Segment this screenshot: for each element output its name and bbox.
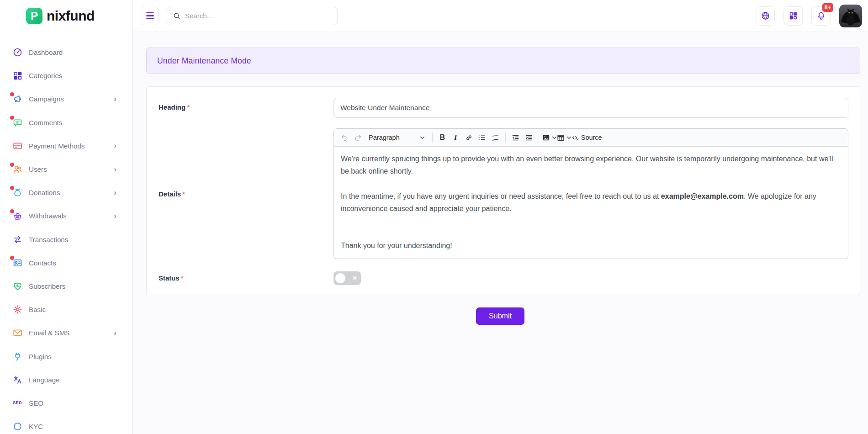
- numbered-list-icon: 12: [492, 134, 499, 142]
- main-content: Under Maintenance Mode Heading* Details*…: [132, 32, 868, 434]
- empty-line: [341, 177, 841, 190]
- hamburger-icon: [146, 12, 154, 13]
- undo-icon: [341, 134, 349, 142]
- sidebar-item-plugins[interactable]: Plugins: [0, 344, 132, 368]
- outdent-icon: [512, 134, 519, 142]
- sidebar-item-users[interactable]: Users ›: [0, 158, 132, 181]
- sidebar-item-subscribers[interactable]: Subscribers: [0, 275, 132, 298]
- apps-grid-button[interactable]: [783, 6, 803, 26]
- insert-image-button[interactable]: [542, 131, 557, 144]
- search-input[interactable]: [185, 12, 332, 20]
- details-paragraph-2: In the meantime, if you have any urgent …: [341, 190, 841, 215]
- chevron-right-icon: ›: [114, 141, 116, 150]
- envelope-icon: [12, 328, 22, 338]
- heading-input[interactable]: [333, 98, 848, 118]
- notification-dot: [10, 92, 14, 96]
- comments-icon: [12, 117, 22, 127]
- details-label: Details*: [159, 190, 185, 198]
- language-globe-button[interactable]: [756, 6, 775, 26]
- insert-table-button[interactable]: [557, 131, 572, 144]
- source-button[interactable]: Source: [572, 131, 602, 144]
- megaphone-icon: [12, 94, 22, 104]
- notification-dot: [10, 209, 14, 213]
- link-icon: [465, 134, 473, 142]
- chevron-right-icon: ›: [114, 188, 116, 197]
- bulleted-list-icon: [478, 134, 486, 142]
- globe-icon: [761, 11, 770, 21]
- required-asterisk: *: [181, 274, 184, 282]
- bold-icon: B: [439, 133, 445, 142]
- undo-button[interactable]: [338, 131, 351, 144]
- outdent-button[interactable]: [509, 131, 522, 144]
- search-box: [167, 7, 338, 25]
- maintenance-form-card: Heading* Details* Paragraph B: [146, 86, 860, 295]
- sidebar-item-comments[interactable]: Comments: [0, 111, 132, 134]
- search-icon: [173, 12, 181, 20]
- chevron-right-icon: ›: [114, 165, 116, 174]
- sidebar-item-payment-methods[interactable]: Payment Methods ›: [0, 134, 132, 158]
- sidebar-item-dashboard[interactable]: Dashboard: [0, 41, 132, 64]
- dashboard-icon: [12, 48, 22, 58]
- status-toggle-off[interactable]: ×: [333, 271, 361, 285]
- categories-icon: [12, 71, 22, 81]
- details-paragraph-3: Thank you for your understanding!: [341, 239, 841, 252]
- source-code-icon: [572, 134, 579, 142]
- bulleted-list-button[interactable]: [476, 131, 489, 144]
- redo-icon: [354, 134, 362, 142]
- topbar: 8+: [132, 0, 868, 32]
- gear-icon: [12, 305, 22, 315]
- translate-icon: [12, 375, 22, 385]
- indent-button[interactable]: [522, 131, 535, 144]
- svg-text:P: P: [31, 10, 37, 22]
- status-label: Status*: [159, 274, 184, 282]
- submit-row: Submit: [132, 307, 868, 325]
- svg-text:2: 2: [492, 138, 493, 141]
- sidebar-item-categories[interactable]: Categories: [0, 64, 132, 87]
- sidebar-item-seo[interactable]: SEO SEO: [0, 392, 132, 415]
- page-title-banner: Under Maintenance Mode: [146, 48, 860, 74]
- sidebar-item-donations[interactable]: Donations ›: [0, 181, 132, 204]
- sidebar-item-kyc[interactable]: KYC: [0, 415, 132, 434]
- svg-text:1: 1: [492, 134, 493, 137]
- heading-label: Heading*: [159, 103, 190, 111]
- swap-arrows-icon: [12, 234, 22, 244]
- bell-icon: [816, 11, 826, 21]
- redo-button[interactable]: [351, 131, 365, 144]
- user-avatar[interactable]: [839, 5, 862, 27]
- editor-toolbar: Paragraph B I 12: [334, 129, 848, 147]
- notification-dot: [10, 186, 14, 190]
- paragraph-style-dropdown[interactable]: Paragraph: [365, 131, 429, 144]
- details-rich-text-editor: Paragraph B I 12: [333, 128, 848, 259]
- sidebar-toggle-button[interactable]: [141, 7, 159, 25]
- submit-button[interactable]: Submit: [476, 307, 524, 325]
- contact-card-icon: [12, 258, 22, 268]
- editor-content[interactable]: We're currently sprucing things up to pr…: [334, 147, 848, 258]
- seo-icon: SEO: [12, 398, 22, 408]
- sidebar-item-language[interactable]: Language: [0, 368, 132, 392]
- notifications-button[interactable]: 8+: [811, 6, 831, 26]
- chevron-right-icon: ›: [114, 95, 116, 104]
- required-asterisk: *: [182, 190, 185, 198]
- required-asterisk: *: [187, 103, 190, 111]
- sidebar-item-email-sms[interactable]: Email & SMS ›: [0, 321, 132, 344]
- link-button[interactable]: [462, 131, 476, 144]
- sidebar-item-withdrawals[interactable]: Withdrawals ›: [0, 204, 132, 228]
- toolbar-separator: [432, 132, 433, 143]
- basket-icon: [12, 211, 22, 221]
- avatar-image: [839, 5, 862, 27]
- numbered-list-button[interactable]: 12: [489, 131, 502, 144]
- sidebar-item-transactions[interactable]: Transactions: [0, 228, 132, 251]
- table-icon: [557, 134, 565, 142]
- italic-button[interactable]: I: [449, 131, 462, 144]
- brand-logo[interactable]: P nixfund: [0, 0, 132, 32]
- users-icon: [12, 164, 22, 175]
- sidebar-item-contacts[interactable]: Contacts: [0, 251, 132, 275]
- credit-card-icon: [12, 141, 22, 151]
- bold-button[interactable]: B: [436, 131, 449, 144]
- sidebar-item-campaigns[interactable]: Campaigns ›: [0, 87, 132, 111]
- chevron-down-icon: [552, 135, 557, 140]
- toggle-off-icon: ×: [353, 274, 357, 282]
- sidebar-item-basic[interactable]: Basic: [0, 298, 132, 321]
- sidebar-nav: Dashboard Categories Campaigns › Comment…: [0, 32, 132, 434]
- chevron-down-icon: [420, 135, 425, 140]
